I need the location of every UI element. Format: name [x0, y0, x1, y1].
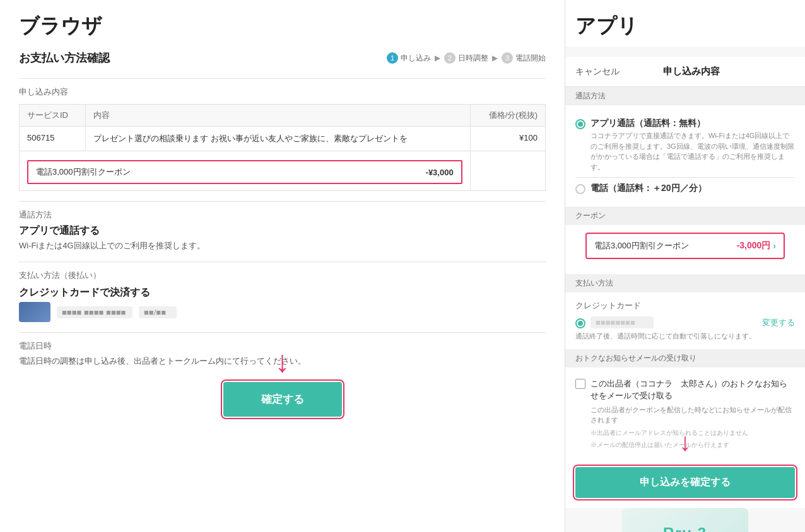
app-coupon-value-text: -3,000円	[737, 240, 771, 252]
step-label-2: 日時調整	[458, 53, 488, 64]
page-header-title: お支払い方法確認	[19, 50, 110, 66]
app-title: アプリ	[565, 0, 805, 47]
payment-header-label: 支払い方法	[575, 279, 613, 287]
app-confirm-button[interactable]: 申し込みを確定する	[575, 467, 795, 498]
order-section: 申し込み内容 サービスID 内容 価格/分(税抜) 506715 プレゼント選び…	[19, 86, 546, 191]
arrow-icon: ↓	[275, 344, 290, 379]
credit-card-image	[19, 302, 50, 322]
breadcrumb: 1 申し込み ▶ 2 日時調整 ▶ 3 電話開始	[387, 52, 546, 64]
divider-2	[19, 201, 546, 202]
table-header-content: 内容	[85, 105, 470, 127]
app-call-content: アプリ通話（通話料：無料） ココナラアプリで直接通話できます。Wi-Fiまたは4…	[591, 118, 795, 172]
breadcrumb-step-2: 2 日時調整	[444, 52, 488, 64]
payment-desc: 通話終了後、通話時間に応じて自動で引落しになります。	[575, 331, 795, 342]
bottom-image: Rry 3	[622, 508, 748, 533]
credit-card-row: ■■■■ ■■■■ ■■■■ ■■/■■	[19, 302, 546, 322]
call-method-header-label: 通話方法	[575, 91, 606, 100]
payment-content: クレジットカード ■■■■■■■■ 変更する 通話終了後、通話時間に応じて自動で…	[565, 292, 805, 349]
call-method-section-label: 通話方法	[19, 209, 546, 221]
coupon-box: 電話3,000円割引クーポン -¥3,000	[27, 160, 462, 184]
app-body: 通話方法 アプリ通話（通話料：無料） ココナラアプリで直接通話できます。Wi-F…	[565, 87, 805, 460]
app-arrow-icon: ↓	[679, 428, 691, 456]
app-radio-app-call[interactable]: アプリ通話（通話料：無料） ココナラアプリで直接通話できます。Wi-Fiまたは4…	[575, 113, 795, 177]
step-num-1: 1	[387, 52, 398, 64]
call-method-desc: Wi-Fiまたは4G回線以上でのご利用を推奨します。	[19, 240, 546, 252]
step-num-2: 2	[444, 52, 455, 64]
order-section-label: 申し込み内容	[19, 86, 546, 98]
breadcrumb-step-3: 3 電話開始	[502, 52, 546, 64]
divider-1	[19, 78, 546, 79]
cancel-button[interactable]: キャンセル	[575, 66, 620, 78]
table-header-price: 価格/分(税抜)	[470, 105, 545, 127]
order-table: サービスID 内容 価格/分(税抜) 506715 プレゼント選びの相談乗ります…	[19, 104, 546, 191]
payment-section-label: 支払い方法（後払い）	[19, 270, 546, 281]
coupon-label: 電話3,000円割引クーポン	[36, 166, 131, 178]
app-payment-row: ■■■■■■■■ 変更する	[575, 316, 795, 328]
right-panel: アプリ キャンセル 申し込み内容 通話方法 アプリ通話（通話料：無料） ココナラ…	[565, 0, 805, 532]
email-checkbox-desc: この出品者がクーポンを配信した時などにお知らせメールが配信されます	[591, 405, 795, 425]
radio-credit-card[interactable]	[575, 318, 585, 328]
app-coupon-value: -3,000円 ›	[737, 240, 776, 252]
breadcrumb-arrow-2: ▶	[492, 54, 498, 62]
confirm-button[interactable]: 確定する	[223, 382, 342, 417]
app-radio-phone-call[interactable]: 電話（通話料：＋20円／分）	[575, 178, 795, 199]
email-note-1: ※出品者にメールアドレスが知られることはありません	[591, 428, 795, 437]
bottom-image-area: Rry 3	[565, 508, 805, 533]
phone-call-label: 電話（通話料：＋20円／分）	[591, 183, 795, 194]
call-method-content: アプリ通話（通話料：無料） ココナラアプリで直接通話できます。Wi-Fiまたは4…	[565, 105, 805, 207]
coupon-content: 電話3,000円割引クーポン -3,000円 ›	[565, 225, 805, 274]
app-header: キャンセル 申し込み内容	[565, 57, 805, 87]
call-method-title: アプリで通話する	[19, 224, 546, 238]
change-payment-button[interactable]: 変更する	[762, 317, 795, 328]
browser-title: ブラウザ	[19, 13, 546, 40]
phone-call-content: 電話（通話料：＋20円／分）	[591, 183, 795, 194]
app-bottom: ↓ 申し込みを確定する	[565, 460, 805, 508]
credit-card-number: ■■■■ ■■■■ ■■■■	[57, 306, 132, 318]
credit-card-extra: ■■/■■	[139, 306, 177, 318]
call-method-section-header: 通話方法	[565, 87, 805, 105]
coupon-header-label: クーポン	[575, 211, 606, 220]
breadcrumb-step-1: 1 申し込み	[387, 52, 431, 64]
card-number-display: ■■■■■■■■	[591, 316, 654, 328]
divider-4	[19, 332, 546, 333]
app-call-desc: ココナラアプリで直接通話できます。Wi-Fiまたは4G回線以上でのご利用を推奨し…	[591, 130, 795, 172]
step-num-3: 3	[502, 52, 513, 64]
call-method-section: 通話方法 アプリで通話する Wi-Fiまたは4G回線以上でのご利用を推奨します。	[19, 209, 546, 252]
coupon-section-header: クーポン	[565, 207, 805, 225]
email-section-header: おトクなお知らせメールの受け取り	[565, 349, 805, 367]
coupon-chevron-icon: ›	[773, 241, 776, 251]
table-row: 506715 プレゼント選びの相談乗ります お祝い事が近い友人やご家族に、素敵な…	[20, 127, 546, 151]
email-note-2: ※メールの配信停止は届いたメールから行えます	[591, 440, 795, 449]
radio-app-call[interactable]	[575, 119, 585, 129]
coupon-price-cell	[470, 151, 545, 191]
confirm-btn-wrapper: ↓ 確定する	[19, 382, 546, 417]
payment-detail: ■■■■■■■■	[591, 316, 757, 328]
email-checkbox-label: この出品者（ココナラ 太郎さん）のおトクなお知らせをメールで受け取る	[591, 379, 787, 401]
step-label-3: 電話開始	[515, 53, 546, 64]
payment-section: 支払い方法（後払い） クレジットカードで決済する ■■■■ ■■■■ ■■■■ …	[19, 270, 546, 322]
price-cell: ¥100	[470, 127, 545, 151]
app-call-label: アプリ通話（通話料：無料）	[591, 118, 795, 129]
payment-method-label: クレジットカード	[575, 300, 795, 311]
email-checkbox-content: この出品者（ココナラ 太郎さん）のおトクなお知らせをメールで受け取る この出品者…	[591, 378, 795, 449]
left-panel: ブラウザ お支払い方法確認 1 申し込み ▶ 2 日時調整 ▶ 3 電話開始 申…	[0, 0, 565, 532]
email-header-label: おトクなお知らせメールの受け取り	[575, 354, 696, 362]
app-coupon-box[interactable]: 電話3,000円割引クーポン -3,000円 ›	[585, 233, 785, 259]
description-cell: プレゼント選びの相談乗ります お祝い事が近い友人やご家族に、素敵なプレゼントを	[85, 127, 470, 151]
radio-phone-call[interactable]	[575, 184, 585, 194]
coupon-value: -¥3,000	[426, 168, 454, 177]
step-label-1: 申し込み	[401, 53, 431, 64]
service-id-cell: 506715	[20, 127, 86, 151]
payment-section-header: 支払い方法	[565, 274, 805, 292]
app-coupon-label: 電話3,000円割引クーポン	[594, 240, 689, 252]
breadcrumb-arrow-1: ▶	[435, 54, 440, 62]
coupon-row: 電話3,000円割引クーポン -¥3,000	[20, 151, 546, 191]
table-header-service-id: サービスID	[20, 105, 86, 127]
app-header-title: 申し込み内容	[663, 66, 720, 78]
payment-method-title: クレジットカードで決済する	[19, 286, 546, 299]
page-header: お支払い方法確認 1 申し込み ▶ 2 日時調整 ▶ 3 電話開始	[19, 50, 546, 66]
divider-3	[19, 262, 546, 262]
email-checkbox[interactable]	[575, 379, 585, 389]
